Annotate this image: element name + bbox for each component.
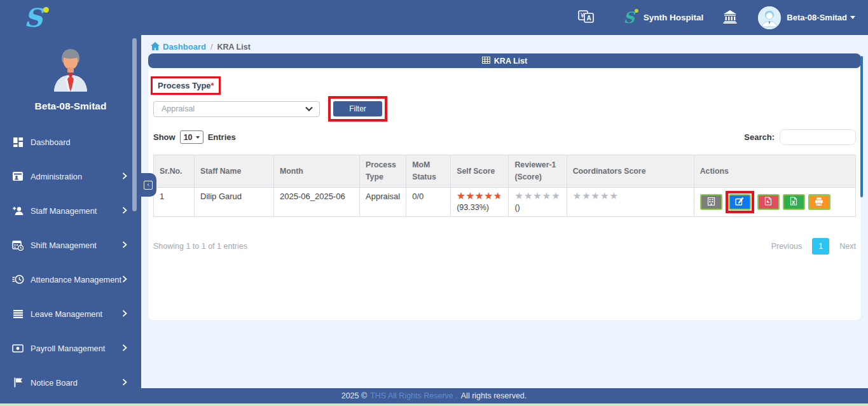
list-lines-icon [11,309,24,318]
caret-down-icon [850,16,855,19]
search-label: Search: [744,132,775,142]
chevron-right-icon [122,241,127,250]
annotation-box-filter: Filter [328,96,387,122]
self-score-stars: ★★★★★★★★★★ [457,191,502,202]
profile-name: Beta-08-Smitad [0,101,141,112]
sidebar-collapse-button[interactable]: ‹ [144,181,153,190]
cell-coordinators-score: ★★★★★ [567,188,694,217]
table-grid-icon [482,57,490,66]
entries-summary: Showing 1 to 1 of 1 entries [153,242,247,251]
breadcrumb: Dashboard / KRA List [141,35,868,53]
breadcrumb-dashboard-link[interactable]: Dashboard [151,42,206,52]
col-header-staff-name: Staff Name [195,155,274,188]
sidebar-item-staff-management[interactable]: Staff Management [0,193,141,228]
process-type-select[interactable]: Appraisal [153,101,320,117]
sidebar-item-payroll-management[interactable]: Payroll Management [0,331,141,365]
search-input[interactable] [780,129,856,145]
cell-mom-status: 0/0 [406,188,451,217]
sidebar-item-dashboard[interactable]: Dashboard [0,125,141,159]
bank-icon[interactable] [722,10,738,26]
sidebar-item-administration[interactable]: Administration [0,159,141,193]
hospital-logo-dot [635,9,638,13]
col-header-srno: Sr.No. [154,155,195,188]
chevron-right-icon [122,309,127,319]
svg-text:¥: ¥ [580,12,584,19]
col-header-coordinators-score: Coordinators Score [567,155,694,188]
hospital-logo-letter: S [624,8,635,27]
id-card-icon [11,171,24,181]
breadcrumb-current: KRA List [217,43,251,52]
kra-list-panel: KRA List Process Type* Appraisal Filter [148,53,861,320]
current-page-button[interactable]: 1 [812,238,829,255]
footer-link[interactable]: THS All Rights Reserve . [370,391,458,400]
breadcrumb-separator: / [210,42,213,52]
username-menu[interactable]: Beta-08-Smitad [787,13,847,22]
cell-self-score: ★★★★★★★★★★ (93.33%) [451,188,509,217]
user-avatar[interactable] [758,6,781,29]
sidebar-collapse-tab: ‹ [139,173,156,197]
main-content: Dashboard / KRA List KRA List Process Ty… [141,35,868,388]
clock-history-icon [11,274,24,284]
show-label: Show [153,132,176,142]
entries-per-page-value: 10 [184,133,193,142]
reviewer1-score-label: () [514,202,560,213]
app-logo[interactable]: S [24,3,53,32]
sidebar-scrollbar[interactable] [132,38,137,211]
sidebar-item-attendance-management[interactable]: Attendance Management [0,262,141,297]
sidebar-item-label: Notice Board [31,378,78,388]
pagination: Previous 1 Next [771,238,856,255]
edit-action-button[interactable] [729,194,751,210]
filter-button[interactable]: Filter [333,101,382,116]
hospital-logo: S [624,8,635,27]
sidebar-item-label: Payroll Management [31,344,105,353]
sidebar-item-label: Staff Management [31,206,97,216]
export-pdf-button[interactable] [757,194,780,210]
col-header-month: Month [274,155,360,188]
details-action-button[interactable] [700,194,722,210]
home-icon [151,42,160,52]
sidebar-item-label: Administration [31,172,82,181]
app-logo-dot [43,7,49,13]
col-header-reviewer1-score: Reviewer-1 (Score) [509,155,567,188]
reviewer1-stars: ★★★★★ [514,191,560,202]
calendar-clock-icon [11,240,24,251]
previous-page-button[interactable]: Previous [771,242,803,251]
print-button[interactable] [808,194,830,210]
col-header-process-type: Process Type [360,155,406,188]
table-header-row: Sr.No. Staff Name Month Process Type MoM… [154,155,856,188]
coordinators-stars: ★★★★★ [573,191,619,202]
topbar: S ¥ A S Synth Hospital [0,0,868,35]
app-logo-letter: S [24,3,43,32]
cell-staff-name: Dilip Garud [195,188,274,217]
chevron-right-icon [122,206,127,216]
dashboard-icon [11,137,24,148]
next-page-button[interactable]: Next [839,242,856,251]
sidebar-item-leave-management[interactable]: Leave Management [0,297,141,331]
sidebar-item-label: Dashboard [31,137,71,147]
footer-rights: All rights reserved. [461,391,527,400]
sidebar-item-label: Shift Management [31,241,97,250]
chevron-right-icon [122,275,127,284]
sidebar-item-label: Attendance Management [31,275,121,284]
show-entries-control: Show 10 Entries [153,130,236,144]
cell-month: 2025-06_2025-06 [274,188,360,217]
chevron-right-icon [122,172,127,181]
cell-process-type: Appraisal [360,188,406,217]
export-excel-button[interactable] [783,194,805,210]
page-scrollbar[interactable] [860,56,863,197]
annotation-box-process-type: Process Type* [151,76,221,95]
printer-icon [815,197,823,207]
annotation-box-edit [726,191,754,213]
self-score-percent: (93.33%) [457,202,502,213]
self-score-stars-fill: ★★★★★ [457,191,499,202]
chevron-right-icon [122,378,127,388]
chevron-down-icon [196,136,200,139]
required-asterisk: * [211,81,214,90]
language-icon[interactable]: ¥ A [577,9,595,27]
col-header-self-score: Self Score [451,155,509,188]
panel-header: KRA List [148,53,861,68]
page-footer: 2025 © THS All Rights Reserve . All righ… [0,388,868,403]
sidebar-item-shift-management[interactable]: Shift Management [0,228,141,262]
banknote-icon [11,344,24,353]
entries-per-page-select[interactable]: 10 [180,130,203,144]
